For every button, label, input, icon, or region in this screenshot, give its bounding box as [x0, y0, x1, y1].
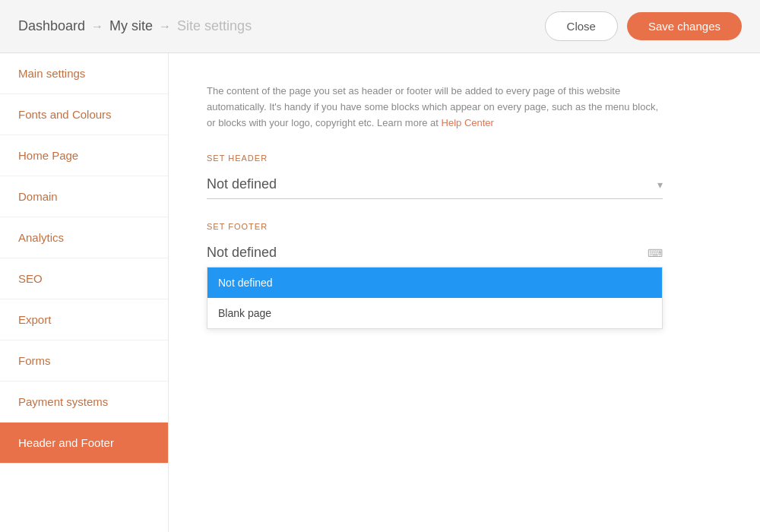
breadcrumb-current: Site settings: [177, 18, 252, 34]
dropdown-item-not-defined[interactable]: Not defined: [207, 268, 662, 298]
set-header-label: SET HEADER: [207, 154, 722, 163]
main-content: The content of the page you set as heade…: [169, 53, 760, 532]
footer-select[interactable]: Not defined ⌨ Not defined Blank page: [207, 239, 663, 268]
sidebar-item-header-footer[interactable]: Header and Footer: [0, 423, 168, 464]
sidebar-item-fonts-colours[interactable]: Fonts and Colours: [0, 94, 168, 135]
save-button[interactable]: Save changes: [627, 12, 742, 40]
breadcrumb-arrow-2: →: [159, 20, 171, 33]
sidebar: Main settings Fonts and Colours Home Pag…: [0, 53, 169, 532]
header-select-value[interactable]: Not defined ▾: [207, 170, 663, 198]
breadcrumb: Dashboard → My site → Site settings: [18, 18, 252, 34]
set-header-section: SET HEADER Not defined ▾: [207, 154, 722, 199]
sidebar-item-home-page[interactable]: Home Page: [0, 135, 168, 176]
sidebar-item-payment-systems[interactable]: Payment systems: [0, 382, 168, 423]
sidebar-item-export[interactable]: Export: [0, 299, 168, 340]
info-description: The content of the page you set as heade…: [207, 84, 663, 131]
sidebar-item-forms[interactable]: Forms: [0, 340, 168, 382]
chevron-down-icon: ▾: [657, 179, 663, 191]
header-select[interactable]: Not defined ▾: [207, 170, 663, 199]
footer-select-value[interactable]: Not defined ⌨: [207, 239, 663, 267]
set-footer-section: SET FOOTER Not defined ⌨ Not defined Bla…: [207, 222, 722, 313]
close-button[interactable]: Close: [545, 11, 618, 41]
breadcrumb-arrow-1: →: [91, 20, 103, 33]
breadcrumb-dashboard[interactable]: Dashboard: [18, 18, 85, 34]
layout: Main settings Fonts and Colours Home Pag…: [0, 53, 760, 532]
cursor-hand: ⌨: [648, 247, 663, 259]
sidebar-item-seo[interactable]: SEO: [0, 258, 168, 299]
dropdown-item-blank-page[interactable]: Blank page: [207, 298, 662, 328]
sidebar-item-main-settings[interactable]: Main settings: [0, 53, 168, 94]
breadcrumb-mysite[interactable]: My site: [109, 18, 153, 34]
sidebar-item-analytics[interactable]: Analytics: [0, 217, 168, 258]
header-actions: Close Save changes: [545, 11, 742, 41]
set-footer-label: SET FOOTER: [207, 222, 722, 231]
page-header: Dashboard → My site → Site settings Clos…: [0, 0, 760, 53]
footer-dropdown[interactable]: Not defined Blank page: [207, 267, 663, 329]
sidebar-item-domain[interactable]: Domain: [0, 176, 168, 217]
help-center-link[interactable]: Help Center: [442, 117, 494, 128]
